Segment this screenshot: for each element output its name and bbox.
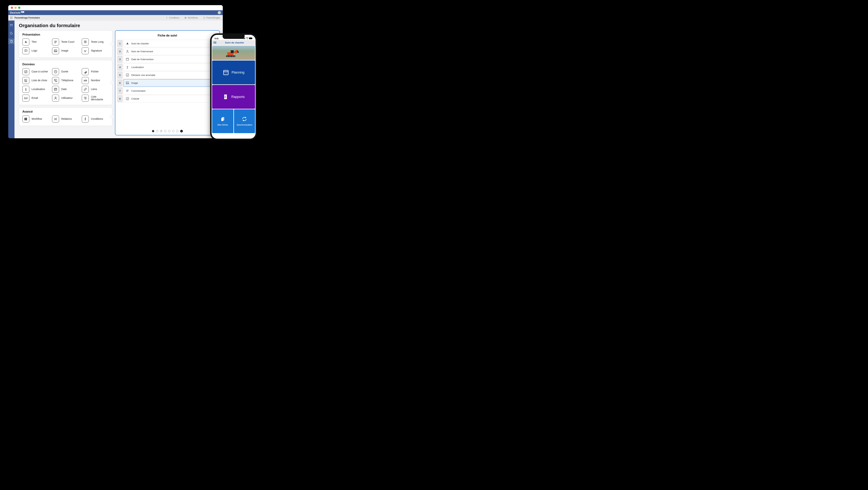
field-row[interactable]: 6Image (117, 79, 218, 87)
tool-image[interactable]: Image (52, 47, 79, 54)
conditions-icon (82, 116, 89, 123)
brand-logo: DaxiumAir (10, 11, 24, 14)
toolbar-item-conditions[interactable]: Conditions (163, 17, 182, 19)
minimize-window-icon[interactable] (14, 7, 17, 9)
field-row[interactable]: 8Criticité (117, 95, 218, 102)
nav-item-2[interactable] (8, 30, 14, 36)
tool-texte-court[interactable]: Texte Court (52, 38, 79, 45)
expand-chevron-icon[interactable]: › (111, 81, 114, 84)
svg-rect-24 (54, 88, 57, 91)
tool-signature[interactable]: Signature (82, 47, 109, 54)
tool-titre[interactable]: ATitre (22, 38, 50, 45)
tool-liste-deroulante[interactable]: Liste déroulante (82, 95, 109, 101)
field-label: Image (131, 82, 138, 84)
liste-de-choix-icon (22, 77, 29, 84)
phone-title: Suivi de chantier (215, 41, 254, 44)
expand-chevron-icon[interactable]: › (111, 42, 114, 46)
image-icon (126, 81, 129, 85)
nav-item-form[interactable] (8, 38, 14, 44)
tool-telephone[interactable]: Téléphone (52, 77, 79, 84)
tool-label: Logo (32, 49, 37, 52)
expand-chevron-icon[interactable]: › (111, 115, 114, 119)
field-row[interactable]: 3Date de l'intervention (117, 56, 218, 63)
pager-dot[interactable] (156, 130, 158, 132)
battery-icon (249, 37, 253, 39)
user-avatar-icon[interactable] (218, 11, 221, 14)
svg-rect-38 (126, 82, 129, 84)
date-icon (52, 86, 59, 93)
pager-add-icon[interactable]: + (180, 130, 183, 132)
tool-relations[interactable]: Relations (52, 116, 79, 123)
field-row[interactable]: 4Localisation (117, 63, 218, 71)
tool-texte-long[interactable]: Texte Long (82, 38, 109, 45)
field-body: Localisation (123, 63, 218, 71)
field-body: Criticité (123, 95, 218, 102)
tile-synchronisation[interactable]: Synchronisation (234, 109, 255, 133)
tool-workflow[interactable]: Workflow (22, 116, 50, 123)
maximize-window-icon[interactable] (18, 7, 20, 9)
svg-text:123: 123 (84, 80, 87, 82)
tool-utilisateur[interactable]: Utilisateur (52, 95, 79, 101)
tool-duree[interactable]: Durée (52, 68, 79, 75)
exclamation-icon (166, 17, 168, 19)
tool-label: Email (32, 97, 38, 99)
field-number: 2 (117, 48, 123, 55)
apps-grid-icon[interactable] (8, 17, 14, 19)
pager-dot[interactable] (176, 130, 178, 132)
field-body: Déclarer une anomalie (123, 71, 218, 79)
pager-dot[interactable] (168, 130, 170, 132)
tool-liste-de-choix[interactable]: Liste de choix (22, 77, 50, 84)
svg-point-15 (25, 50, 26, 50)
toolbar-item-parametrages[interactable]: Paramétrages (200, 17, 223, 19)
nav-item-1[interactable] (8, 22, 14, 28)
svg-rect-45 (249, 37, 252, 39)
tool-liens[interactable]: Liens (82, 86, 109, 93)
tool-email[interactable]: Email (22, 95, 50, 101)
phone-notch (223, 35, 245, 39)
tool-fichier[interactable]: Fichier (82, 68, 109, 75)
tile-rapports[interactable]: Rapports (212, 85, 255, 109)
tool-label: Nombre (91, 79, 100, 82)
field-row[interactable]: 1ASuivi de chantier (117, 40, 218, 47)
field-label: Suivi de chantier (131, 42, 149, 45)
user-icon (126, 50, 129, 53)
workflow-icon (22, 116, 29, 123)
tool-label: Workflow (32, 118, 42, 120)
svg-point-52 (232, 56, 234, 57)
tile-mes-fiches[interactable]: Mes fiches (212, 109, 234, 133)
tile-planning[interactable]: Planning (212, 61, 255, 84)
tool-case-a-cocher[interactable]: Case à cocher (22, 68, 50, 75)
svg-point-57 (227, 72, 227, 73)
pager-dot[interactable] (172, 130, 174, 132)
tool-nombre[interactable]: 123Nombre (82, 77, 109, 84)
liste-deroulante-icon (82, 95, 89, 101)
pager-remove-icon[interactable]: − (152, 130, 154, 132)
toolbar-item-workflows[interactable]: Workflows (182, 17, 200, 19)
tool-label: Durée (61, 70, 68, 73)
location-icon (126, 65, 129, 69)
field-row[interactable]: 7Commentaire (117, 87, 218, 94)
tool-date[interactable]: Date (52, 86, 79, 93)
pager-dot-active[interactable] (160, 130, 162, 132)
svg-rect-54 (223, 70, 228, 75)
tool-conditions[interactable]: Conditions (82, 116, 109, 123)
svg-rect-8 (12, 19, 12, 19)
image-icon (52, 47, 59, 54)
field-row[interactable]: 2Nom de l'intervenant (117, 48, 218, 55)
svg-rect-10 (186, 17, 186, 18)
tool-label: Conditions (91, 118, 103, 120)
svg-point-36 (127, 66, 128, 67)
svg-point-25 (55, 90, 55, 90)
title-icon: A (126, 42, 129, 45)
tool-label: Image (61, 49, 68, 52)
svg-point-56 (226, 72, 226, 73)
svg-rect-29 (25, 118, 26, 120)
close-window-icon[interactable] (11, 7, 13, 9)
titlebar (8, 5, 223, 10)
tool-localisation[interactable]: Localisation (22, 86, 50, 93)
tool-logo[interactable]: Logo (22, 47, 50, 54)
field-row[interactable]: 5Déclarer une anomalie (117, 71, 218, 79)
liens-icon (82, 86, 89, 93)
field-label: Déclarer une anomalie (131, 74, 155, 76)
pager-dot[interactable] (164, 130, 166, 132)
